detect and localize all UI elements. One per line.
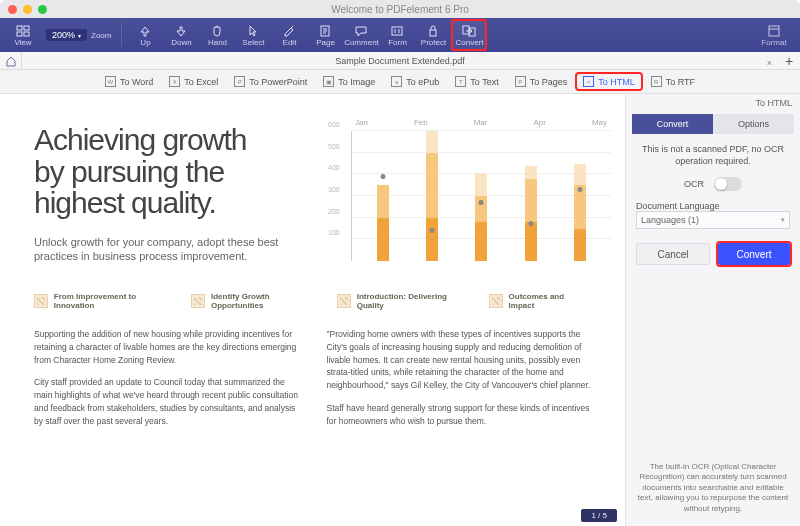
feature-item: Outcomes and Impact bbox=[489, 292, 591, 310]
doc-column: "Providing home owners with these types … bbox=[327, 328, 592, 437]
to-pages-button[interactable]: PTo Pages bbox=[509, 74, 574, 89]
cancel-button[interactable]: Cancel bbox=[636, 243, 710, 265]
close-window-button[interactable] bbox=[8, 5, 17, 14]
feature-item: From Improvement to Innovation bbox=[34, 292, 177, 310]
image-icon: ▣ bbox=[323, 76, 334, 87]
comment-label: Comment bbox=[344, 38, 379, 47]
svg-rect-7 bbox=[463, 26, 469, 34]
tab-label: Sample Document Extended.pdf bbox=[335, 56, 465, 66]
close-tab-icon[interactable]: × bbox=[767, 58, 772, 68]
protect-tool[interactable]: Protect bbox=[416, 20, 450, 50]
select-tool[interactable]: Select bbox=[236, 20, 270, 50]
arrow-up-icon bbox=[139, 24, 151, 38]
html-icon: < bbox=[583, 76, 594, 87]
convert-subtoolbar: WTo Word XTo Excel PTo PowerPoint ▣To Im… bbox=[0, 70, 800, 94]
format-icon bbox=[767, 24, 781, 38]
arrow-down-icon bbox=[175, 24, 187, 38]
feature-item: Introduction: Delivering Quality bbox=[337, 292, 475, 310]
feature-icon bbox=[489, 294, 503, 308]
ppt-icon: P bbox=[234, 76, 245, 87]
zoom-tool[interactable]: 200%▾ Zoom bbox=[42, 20, 115, 50]
up-label: Up bbox=[140, 38, 150, 47]
edit-label: Edit bbox=[283, 38, 297, 47]
format-label: Format bbox=[761, 38, 786, 47]
svg-rect-2 bbox=[17, 32, 22, 36]
form-tool[interactable]: Form bbox=[380, 20, 414, 50]
language-select[interactable]: Languages (1) ▾ bbox=[636, 211, 790, 229]
panel-message: This is not a scanned PDF, no OCR operat… bbox=[636, 144, 790, 167]
convert-tool[interactable]: Convert bbox=[452, 20, 486, 50]
to-powerpoint-button[interactable]: PTo PowerPoint bbox=[228, 74, 313, 89]
document-page: Achieving growth by pursuing the highest… bbox=[0, 94, 625, 447]
to-text-button[interactable]: TTo Text bbox=[449, 74, 504, 89]
to-rtf-button[interactable]: RTo RTF bbox=[645, 74, 701, 89]
to-excel-button[interactable]: XTo Excel bbox=[163, 74, 224, 89]
home-tab[interactable] bbox=[0, 52, 22, 70]
word-icon: W bbox=[105, 76, 116, 87]
doc-body-columns: Supporting the addition of new housing w… bbox=[34, 328, 591, 437]
document-tab[interactable]: Sample Document Extended.pdf × bbox=[22, 56, 778, 66]
svg-rect-1 bbox=[24, 26, 29, 30]
feature-icon bbox=[337, 294, 351, 308]
hand-icon bbox=[211, 24, 223, 38]
select-label: Select bbox=[242, 38, 264, 47]
view-tool[interactable]: View bbox=[6, 20, 40, 50]
hand-tool[interactable]: Hand bbox=[200, 20, 234, 50]
edit-tool[interactable]: Edit bbox=[272, 20, 306, 50]
doc-subtitle: Unlock growth for your company, adopt th… bbox=[34, 235, 314, 265]
maximize-window-button[interactable] bbox=[38, 5, 47, 14]
up-tool[interactable]: Up bbox=[128, 20, 162, 50]
minimize-window-button[interactable] bbox=[23, 5, 32, 14]
panel-tab-options[interactable]: Options bbox=[713, 114, 794, 134]
convert-button[interactable]: Convert bbox=[718, 243, 790, 265]
ocr-label: OCR bbox=[684, 179, 704, 189]
svg-rect-9 bbox=[769, 26, 779, 36]
main-toolbar: View 200%▾ Zoom Up Down Hand Select Edit bbox=[0, 18, 800, 52]
panel-tab-convert[interactable]: Convert bbox=[632, 114, 713, 134]
view-icon bbox=[16, 24, 30, 38]
page-tool[interactable]: Page bbox=[308, 20, 342, 50]
excel-icon: X bbox=[169, 76, 180, 87]
comment-tool[interactable]: Comment bbox=[344, 20, 378, 50]
to-image-button[interactable]: ▣To Image bbox=[317, 74, 381, 89]
panel-title: To HTML bbox=[626, 94, 800, 114]
document-tabs: Sample Document Extended.pdf × + bbox=[0, 52, 800, 70]
feature-row: From Improvement to Innovation Identify … bbox=[34, 292, 591, 310]
pages-icon: P bbox=[515, 76, 526, 87]
doc-chart: JanFebMarAprMay 100200300400500600 bbox=[351, 118, 611, 278]
window-title: Welcome to PDFelement 6 Pro bbox=[0, 4, 800, 15]
zoom-value[interactable]: 200%▾ bbox=[46, 29, 87, 41]
doc-column: Supporting the addition of new housing w… bbox=[34, 328, 299, 437]
new-tab-button[interactable]: + bbox=[778, 53, 800, 69]
down-tool[interactable]: Down bbox=[164, 20, 198, 50]
hand-label: Hand bbox=[208, 38, 227, 47]
svg-rect-5 bbox=[392, 27, 402, 35]
page-indicator: 1 / 5 bbox=[581, 509, 617, 522]
to-word-button[interactable]: WTo Word bbox=[99, 74, 159, 89]
format-tool[interactable]: Format bbox=[754, 20, 794, 50]
edit-icon bbox=[283, 24, 295, 38]
convert-label: Convert bbox=[455, 38, 483, 47]
epub-icon: e bbox=[391, 76, 402, 87]
ocr-toggle[interactable] bbox=[714, 177, 742, 191]
cursor-icon bbox=[247, 24, 259, 38]
convert-icon bbox=[462, 24, 476, 38]
to-html-button[interactable]: <To HTML bbox=[577, 74, 641, 89]
feature-item: Identify Growth Opportunities bbox=[191, 292, 323, 310]
down-label: Down bbox=[171, 38, 191, 47]
to-epub-button[interactable]: eTo ePub bbox=[385, 74, 445, 89]
window-titlebar: Welcome to PDFelement 6 Pro bbox=[0, 0, 800, 18]
language-label: Document Language bbox=[636, 201, 790, 211]
svg-rect-3 bbox=[24, 32, 29, 36]
form-icon bbox=[391, 24, 403, 38]
svg-rect-6 bbox=[430, 30, 436, 36]
feature-icon bbox=[191, 294, 205, 308]
panel-tabs: Convert Options bbox=[632, 114, 794, 134]
view-label: View bbox=[14, 38, 31, 47]
document-viewport[interactable]: Achieving growth by pursuing the highest… bbox=[0, 94, 625, 526]
form-label: Form bbox=[388, 38, 407, 47]
feature-icon bbox=[34, 294, 48, 308]
page-icon bbox=[319, 24, 331, 38]
lock-icon bbox=[427, 24, 439, 38]
page-label: Page bbox=[316, 38, 335, 47]
